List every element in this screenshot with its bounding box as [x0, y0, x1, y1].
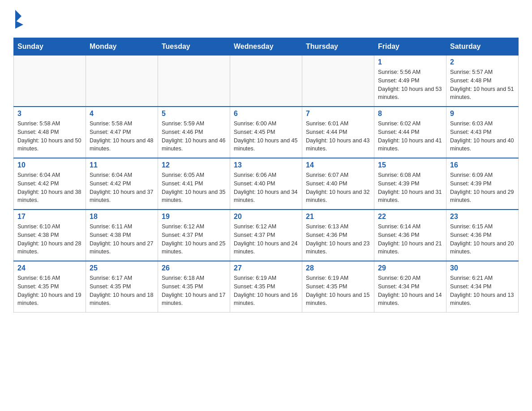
day-number: 22	[378, 213, 442, 221]
day-number: 27	[234, 264, 298, 272]
calendar-table: SundayMondayTuesdayWednesdayThursdayFrid…	[13, 38, 519, 313]
calendar-cell: 6Sunrise: 6:00 AMSunset: 4:45 PMDaylight…	[230, 107, 302, 158]
calendar-week-5: 24Sunrise: 6:16 AMSunset: 4:35 PMDayligh…	[14, 261, 519, 313]
day-number: 18	[90, 213, 154, 221]
day-number: 23	[450, 213, 515, 221]
calendar-cell: 13Sunrise: 6:06 AMSunset: 4:40 PMDayligh…	[230, 158, 302, 210]
calendar-cell: 9Sunrise: 6:03 AMSunset: 4:43 PMDaylight…	[446, 107, 519, 158]
day-number: 30	[450, 264, 515, 272]
calendar-cell: 28Sunrise: 6:19 AMSunset: 4:35 PMDayligh…	[302, 261, 374, 313]
day-number: 12	[162, 161, 226, 169]
day-number: 2	[450, 58, 515, 66]
day-info: Sunrise: 6:11 AMSunset: 4:38 PMDaylight:…	[90, 223, 154, 256]
calendar-cell	[14, 56, 86, 107]
day-info: Sunrise: 5:58 AMSunset: 4:48 PMDaylight:…	[17, 120, 82, 153]
calendar-cell: 10Sunrise: 6:04 AMSunset: 4:42 PMDayligh…	[14, 158, 86, 210]
day-number: 17	[17, 213, 82, 221]
calendar-week-3: 10Sunrise: 6:04 AMSunset: 4:42 PMDayligh…	[14, 158, 519, 210]
calendar-cell: 22Sunrise: 6:14 AMSunset: 4:36 PMDayligh…	[374, 210, 446, 261]
day-number: 11	[90, 161, 154, 169]
day-info: Sunrise: 6:21 AMSunset: 4:34 PMDaylight:…	[450, 274, 515, 308]
calendar-cell: 27Sunrise: 6:19 AMSunset: 4:35 PMDayligh…	[230, 261, 302, 313]
calendar-week-2: 3Sunrise: 5:58 AMSunset: 4:48 PMDaylight…	[14, 107, 519, 158]
logo	[13, 9, 27, 29]
calendar-cell	[158, 56, 230, 107]
day-info: Sunrise: 6:17 AMSunset: 4:35 PMDaylight:…	[90, 274, 154, 308]
day-info: Sunrise: 6:00 AMSunset: 4:45 PMDaylight:…	[234, 120, 298, 153]
day-number: 3	[17, 110, 82, 118]
day-number: 21	[306, 213, 370, 221]
day-number: 19	[162, 213, 226, 221]
day-info: Sunrise: 6:16 AMSunset: 4:35 PMDaylight:…	[17, 274, 82, 308]
calendar-cell: 19Sunrise: 6:12 AMSunset: 4:37 PMDayligh…	[158, 210, 230, 261]
day-info: Sunrise: 5:56 AMSunset: 4:49 PMDaylight:…	[378, 68, 442, 102]
calendar-cell: 11Sunrise: 6:04 AMSunset: 4:42 PMDayligh…	[86, 158, 158, 210]
day-info: Sunrise: 6:04 AMSunset: 4:42 PMDaylight:…	[17, 171, 82, 205]
day-number: 5	[162, 110, 226, 118]
calendar-cell: 24Sunrise: 6:16 AMSunset: 4:35 PMDayligh…	[14, 261, 86, 313]
day-info: Sunrise: 6:08 AMSunset: 4:39 PMDaylight:…	[378, 171, 442, 205]
day-number: 13	[234, 161, 298, 169]
day-number: 7	[306, 110, 370, 118]
calendar-cell: 30Sunrise: 6:21 AMSunset: 4:34 PMDayligh…	[446, 261, 519, 313]
calendar-cell: 26Sunrise: 6:18 AMSunset: 4:35 PMDayligh…	[158, 261, 230, 313]
day-info: Sunrise: 6:15 AMSunset: 4:36 PMDaylight:…	[450, 223, 515, 256]
weekday-header-thursday: Thursday	[302, 38, 374, 56]
calendar-week-1: 1Sunrise: 5:56 AMSunset: 4:49 PMDaylight…	[14, 56, 519, 107]
calendar-cell: 3Sunrise: 5:58 AMSunset: 4:48 PMDaylight…	[14, 107, 86, 158]
day-info: Sunrise: 6:12 AMSunset: 4:37 PMDaylight:…	[234, 223, 298, 256]
calendar-cell: 17Sunrise: 6:10 AMSunset: 4:38 PMDayligh…	[14, 210, 86, 261]
calendar-cell: 23Sunrise: 6:15 AMSunset: 4:36 PMDayligh…	[446, 210, 519, 261]
day-info: Sunrise: 6:14 AMSunset: 4:36 PMDaylight:…	[378, 223, 442, 256]
calendar-cell: 1Sunrise: 5:56 AMSunset: 4:49 PMDaylight…	[374, 56, 446, 107]
day-info: Sunrise: 6:19 AMSunset: 4:35 PMDaylight:…	[234, 274, 298, 308]
day-number: 29	[378, 264, 442, 272]
calendar-cell: 21Sunrise: 6:13 AMSunset: 4:36 PMDayligh…	[302, 210, 374, 261]
day-number: 10	[17, 161, 82, 169]
day-info: Sunrise: 6:07 AMSunset: 4:40 PMDaylight:…	[306, 171, 370, 205]
day-info: Sunrise: 6:18 AMSunset: 4:35 PMDaylight:…	[162, 274, 226, 308]
day-number: 16	[450, 161, 515, 169]
day-number: 24	[17, 264, 82, 272]
day-number: 8	[378, 110, 442, 118]
calendar-week-4: 17Sunrise: 6:10 AMSunset: 4:38 PMDayligh…	[14, 210, 519, 261]
weekday-header-wednesday: Wednesday	[230, 38, 302, 56]
day-info: Sunrise: 6:20 AMSunset: 4:34 PMDaylight:…	[378, 274, 442, 308]
day-info: Sunrise: 6:03 AMSunset: 4:43 PMDaylight:…	[450, 120, 515, 153]
weekday-header-tuesday: Tuesday	[158, 38, 230, 56]
calendar-cell: 14Sunrise: 6:07 AMSunset: 4:40 PMDayligh…	[302, 158, 374, 210]
day-number: 4	[90, 110, 154, 118]
calendar-cell: 29Sunrise: 6:20 AMSunset: 4:34 PMDayligh…	[374, 261, 446, 313]
calendar-cell: 2Sunrise: 5:57 AMSunset: 4:48 PMDaylight…	[446, 56, 519, 107]
day-info: Sunrise: 5:59 AMSunset: 4:46 PMDaylight:…	[162, 120, 226, 153]
calendar-cell	[86, 56, 158, 107]
calendar-cell: 4Sunrise: 5:58 AMSunset: 4:47 PMDaylight…	[86, 107, 158, 158]
day-number: 6	[234, 110, 298, 118]
calendar-cell	[302, 56, 374, 107]
day-number: 14	[306, 161, 370, 169]
day-number: 28	[306, 264, 370, 272]
day-number: 9	[450, 110, 515, 118]
calendar-cell: 16Sunrise: 6:09 AMSunset: 4:39 PMDayligh…	[446, 158, 519, 210]
day-info: Sunrise: 6:13 AMSunset: 4:36 PMDaylight:…	[306, 223, 370, 256]
calendar-cell: 25Sunrise: 6:17 AMSunset: 4:35 PMDayligh…	[86, 261, 158, 313]
calendar-cell: 5Sunrise: 5:59 AMSunset: 4:46 PMDaylight…	[158, 107, 230, 158]
day-number: 26	[162, 264, 226, 272]
day-info: Sunrise: 6:19 AMSunset: 4:35 PMDaylight:…	[306, 274, 370, 308]
day-info: Sunrise: 6:01 AMSunset: 4:44 PMDaylight:…	[306, 120, 370, 153]
calendar-cell: 8Sunrise: 6:02 AMSunset: 4:44 PMDaylight…	[374, 107, 446, 158]
day-info: Sunrise: 6:05 AMSunset: 4:41 PMDaylight:…	[162, 171, 226, 205]
calendar-cell: 12Sunrise: 6:05 AMSunset: 4:41 PMDayligh…	[158, 158, 230, 210]
day-info: Sunrise: 6:09 AMSunset: 4:39 PMDaylight:…	[450, 171, 515, 205]
weekday-header-monday: Monday	[86, 38, 158, 56]
day-number: 15	[378, 161, 442, 169]
weekday-header-sunday: Sunday	[14, 38, 86, 56]
calendar-cell: 18Sunrise: 6:11 AMSunset: 4:38 PMDayligh…	[86, 210, 158, 261]
weekday-header-friday: Friday	[374, 38, 446, 56]
calendar-cell: 20Sunrise: 6:12 AMSunset: 4:37 PMDayligh…	[230, 210, 302, 261]
day-info: Sunrise: 6:12 AMSunset: 4:37 PMDaylight:…	[162, 223, 226, 256]
day-number: 20	[234, 213, 298, 221]
calendar-cell	[230, 56, 302, 107]
calendar-cell: 15Sunrise: 6:08 AMSunset: 4:39 PMDayligh…	[374, 158, 446, 210]
page-header	[13, 9, 519, 29]
